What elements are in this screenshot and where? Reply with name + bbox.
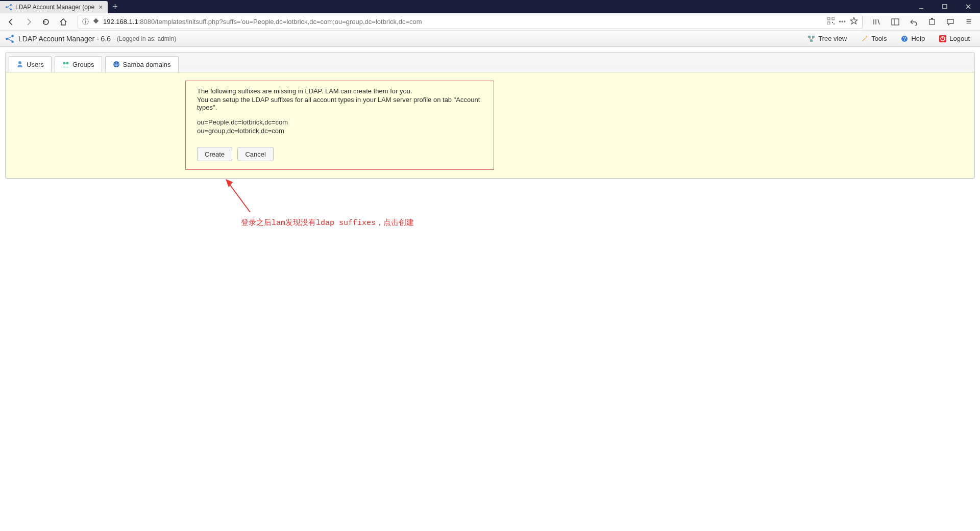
suffix-2: ou=group,dc=lotbrick,dc=com [197, 127, 482, 135]
svg-line-4 [7, 7, 11, 9]
url-bar[interactable]: ⓘ 192.168.1.1:8080/templates/initsuff.ph… [78, 15, 863, 29]
svg-rect-26 [808, 36, 811, 38]
window-maximize-button[interactable] [933, 0, 957, 13]
svg-rect-20 [931, 18, 933, 19]
tab-users-label: Users [27, 61, 44, 68]
svg-line-3 [7, 6, 11, 8]
help-label: Help [911, 35, 925, 42]
toolbar-right: ≡ [870, 15, 976, 29]
logout-label: Logout [949, 35, 970, 42]
site-info-icon[interactable]: ⓘ [82, 17, 89, 27]
svg-rect-11 [827, 22, 830, 24]
svg-point-38 [66, 62, 68, 65]
svg-line-16 [878, 19, 879, 24]
window-minimize-button[interactable] [910, 0, 933, 13]
back-button[interactable] [4, 15, 18, 29]
svg-rect-13 [834, 23, 835, 24]
app-title: LDAP Account Manager - 6.6 [18, 35, 111, 43]
tab-users[interactable]: Users [9, 56, 52, 72]
tab-groups[interactable]: Groups [55, 56, 102, 72]
tab-samba-domains[interactable]: Samba domains [105, 56, 179, 72]
user-icon [16, 61, 23, 68]
hamburger-menu-icon[interactable]: ≡ [962, 15, 976, 29]
svg-rect-10 [832, 17, 835, 20]
content-wrap: Users Groups Samba domains The following… [0, 47, 980, 184]
url-host: 192.168.1.1 [103, 18, 138, 26]
tree-view-icon [808, 35, 815, 42]
svg-point-37 [63, 62, 65, 65]
create-button[interactable]: Create [197, 147, 232, 161]
page-actions-icon[interactable]: ••• [839, 18, 846, 26]
url-text: 192.168.1.1:8080/templates/initsuff.php?… [103, 18, 823, 26]
svg-rect-9 [827, 17, 830, 20]
tab-samba-label: Samba domains [123, 61, 171, 68]
tree-view-link[interactable]: Tree view [803, 31, 852, 46]
logout-icon [939, 35, 946, 42]
bookmark-star-icon[interactable] [850, 17, 858, 27]
tools-icon [861, 35, 868, 42]
reload-button[interactable] [39, 15, 53, 29]
library-icon[interactable] [870, 15, 884, 29]
new-tab-button[interactable]: + [108, 0, 122, 13]
close-tab-icon[interactable]: × [99, 3, 103, 11]
svg-point-36 [18, 61, 21, 64]
logout-link[interactable]: Logout [934, 31, 975, 46]
tools-link[interactable]: Tools [856, 31, 892, 46]
suffix-message-box: The following suffixes are missing in LD… [185, 81, 494, 170]
lam-favicon [5, 4, 12, 11]
svg-marker-44 [226, 179, 233, 187]
annotation-text: 登录之后lam发现没有ldap suffixes，点击创建 [241, 218, 414, 227]
svg-rect-19 [929, 19, 935, 24]
suffix-1: ou=People,dc=lotbrick,dc=com [197, 118, 482, 126]
svg-line-25 [8, 39, 12, 41]
svg-rect-17 [892, 19, 899, 25]
tree-view-label: Tree view [818, 35, 847, 42]
permissions-icon[interactable] [93, 18, 99, 26]
extension-icon[interactable] [925, 15, 939, 29]
undo-icon[interactable] [906, 15, 921, 29]
browser-tab-title: LDAP Account Manager (ope [15, 4, 94, 11]
svg-line-29 [810, 38, 812, 40]
tools-label: Tools [871, 35, 887, 42]
window-close-button[interactable] [957, 0, 980, 13]
qr-icon[interactable] [827, 17, 835, 26]
help-link[interactable]: ? Help [896, 31, 930, 46]
home-button[interactable] [56, 15, 70, 29]
tab-row: Users Groups Samba domains [6, 53, 974, 72]
tabs-container: Users Groups Samba domains The following… [5, 52, 975, 179]
svg-rect-6 [943, 5, 947, 9]
message-line1: The following suffixes are missing in LD… [197, 87, 482, 95]
tab-groups-label: Groups [72, 61, 94, 68]
browser-tab[interactable]: LDAP Account Manager (ope × [0, 1, 108, 13]
svg-text:?: ? [903, 36, 906, 42]
group-icon [62, 61, 69, 68]
help-icon: ? [901, 35, 908, 42]
browser-toolbar: ⓘ 192.168.1.1:8080/templates/initsuff.ph… [0, 13, 980, 31]
samba-icon [113, 61, 120, 68]
forward-button[interactable] [21, 15, 36, 29]
svg-rect-12 [832, 22, 833, 23]
annotation-arrow-icon [225, 179, 255, 215]
svg-rect-28 [810, 40, 813, 42]
message-line2: You can setup the LDAP suffixes for all … [197, 96, 482, 111]
svg-line-24 [8, 36, 12, 39]
sidebar-icon[interactable] [888, 15, 902, 29]
cancel-button[interactable]: Cancel [237, 147, 273, 161]
svg-line-43 [229, 183, 250, 212]
svg-rect-27 [812, 36, 815, 38]
browser-tab-strip: LDAP Account Manager (ope × + [0, 0, 980, 13]
tab-body: The following suffixes are missing in LD… [6, 72, 974, 179]
url-path: :8080/templates/initsuff.php?suffs='ou=P… [138, 18, 422, 26]
logged-in-text: (Logged in as: admin) [117, 35, 176, 42]
lam-logo-icon [5, 34, 14, 43]
app-header: LDAP Account Manager - 6.6 (Logged in as… [0, 31, 980, 47]
svg-line-30 [812, 38, 814, 40]
chat-icon[interactable] [943, 15, 958, 29]
